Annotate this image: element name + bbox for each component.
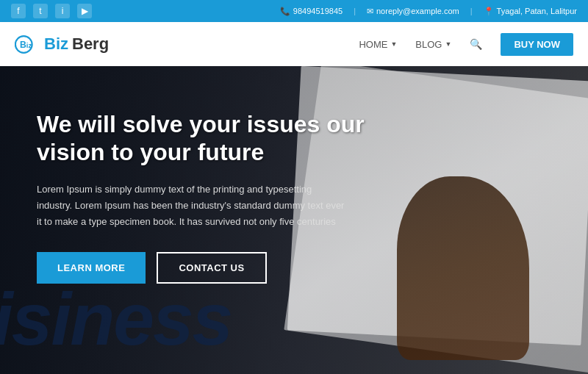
nav-blog[interactable]: BLOG ▼ (415, 39, 451, 50)
contact-us-button[interactable]: CONTACT US (157, 252, 266, 284)
logo-icon: B iz (15, 32, 40, 57)
youtube-icon[interactable]: ▶ (77, 4, 92, 18)
twitter-icon[interactable]: t (33, 4, 48, 18)
svg-text:iz: iz (26, 40, 32, 48)
hero-subtitle: Lorem Ipsum is simply dummy text of the … (37, 181, 345, 230)
top-bar: f t i ▶ 📞 98494519845 | ✉ noreply@exampl… (0, 0, 588, 22)
search-button[interactable]: 🔍 (470, 38, 482, 50)
nav-links: HOME ▼ BLOG ▼ 🔍 BUY NOW (359, 33, 573, 56)
phone-info: 📞 98494519845 (280, 7, 343, 16)
social-icons: f t i ▶ (11, 4, 92, 18)
svg-text:B: B (20, 39, 26, 49)
contact-info: 📞 98494519845 | ✉ noreply@example.com | … (280, 7, 577, 16)
learn-more-button[interactable]: LEARN MORE (37, 252, 146, 284)
logo[interactable]: B iz BizBerg (15, 32, 109, 57)
location-icon: 📍 (484, 7, 494, 16)
buy-now-button[interactable]: BUY NOW (501, 33, 573, 56)
hero-content: We will solve your issues our vision to … (37, 110, 404, 284)
location-info: 📍 Tyagal, Patan, Lalitpur (484, 7, 577, 16)
instagram-icon[interactable]: i (55, 4, 70, 18)
nav-home[interactable]: HOME ▼ (359, 39, 397, 50)
phone-icon: 📞 (280, 7, 290, 16)
divider-2: | (470, 7, 473, 15)
home-dropdown-icon: ▼ (390, 40, 397, 48)
blog-dropdown-icon: ▼ (445, 40, 451, 48)
newspaper-large-text: isiness (0, 282, 588, 367)
hero-buttons: LEARN MORE CONTACT US (37, 252, 404, 284)
hero-title: We will solve your issues our vision to … (37, 110, 404, 167)
divider-1: | (354, 7, 356, 15)
email-icon: ✉ (367, 7, 373, 16)
logo-berg: Berg (72, 35, 109, 54)
navbar: B iz BizBerg HOME ▼ BLOG ▼ 🔍 BUY NOW (0, 22, 588, 66)
facebook-icon[interactable]: f (11, 4, 26, 18)
hero-section: isiness We will solve your issues our vi… (0, 66, 588, 374)
email-info: ✉ noreply@example.com (367, 7, 459, 16)
logo-biz: Biz (44, 35, 68, 54)
